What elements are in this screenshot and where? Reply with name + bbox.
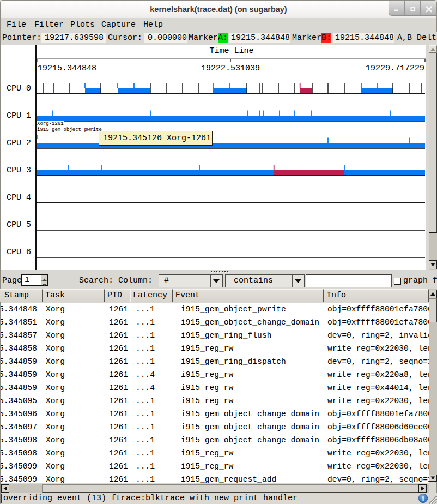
svg-text:19215.344848: 19215.344848	[38, 64, 96, 73]
svg-text:i: i	[422, 495, 424, 503]
svg-text:Time Line: Time Line	[209, 46, 253, 56]
svg-text:19222.531039: 19222.531039	[201, 64, 260, 73]
svg-text:19229.717229: 19229.717229	[366, 64, 424, 73]
